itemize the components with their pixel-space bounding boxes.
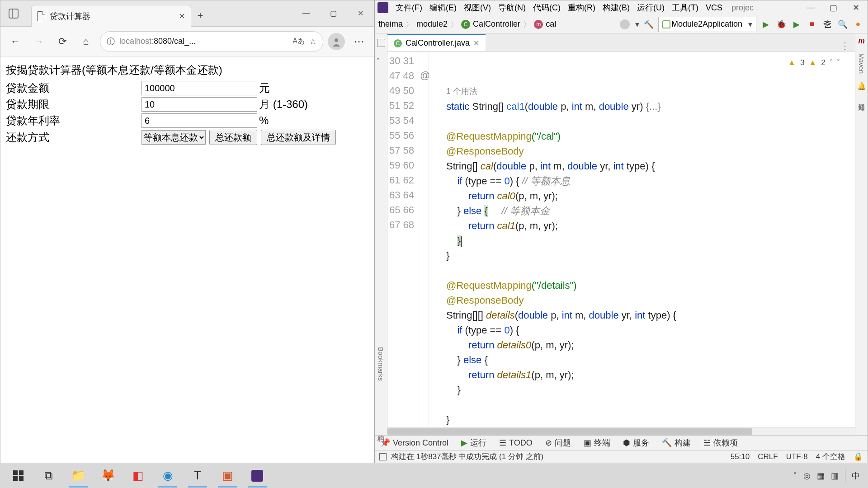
menu-build[interactable]: 构建(B) [600, 1, 632, 14]
breadcrumb-item[interactable]: cal [546, 19, 556, 29]
vertical-tabs-icon[interactable] [0, 0, 27, 26]
line-numbers: 30 31 47 48 49 50 51 52 53 54 55 56 57 5… [387, 52, 419, 427]
bottom-tool-stripe: 📌 Version Control ▶ 运行 ☰ TODO ⊘ 问题 ▣ 终端 … [375, 435, 868, 450]
run-tool[interactable]: ▶ 运行 [461, 437, 486, 448]
update-icon[interactable]: ● [852, 19, 864, 30]
tab-more-icon[interactable]: ⋮ [835, 40, 855, 51]
project-tool-icon[interactable] [377, 39, 385, 47]
explorer-icon[interactable]: 📁 [63, 464, 93, 488]
refresh-button[interactable]: ⟳ [53, 32, 72, 51]
status-widget-icon[interactable] [379, 453, 387, 460]
reader-icon[interactable]: Aあ [292, 37, 305, 46]
minimize-icon[interactable]: — [292, 0, 320, 26]
page-title: 按揭贷款计算器(等额本息还款/等额本金还款) [6, 63, 368, 77]
menu-edit[interactable]: 编辑(E) [427, 1, 459, 14]
code-with-me-icon[interactable] [620, 19, 630, 29]
info-icon[interactable]: ⓘ [107, 36, 115, 47]
coverage-icon[interactable]: ▶ [791, 19, 802, 30]
text-app-icon[interactable]: T [183, 464, 212, 488]
maximize-icon[interactable]: ▢ [828, 3, 839, 13]
services-tool[interactable]: ⬢ 服务 [623, 437, 649, 448]
menu-navigate[interactable]: 导航(N) [495, 1, 528, 14]
close-icon[interactable]: ✕ [347, 0, 374, 26]
menu-view[interactable]: 视图(V) [461, 1, 494, 14]
obs-tray-icon[interactable]: ◎ [803, 471, 811, 481]
profile-avatar[interactable] [328, 33, 345, 50]
office-icon[interactable]: ◧ [123, 464, 153, 488]
maven-tool[interactable]: Maven [858, 53, 865, 74]
details-button[interactable]: 总还款额及详情 [261, 130, 336, 145]
editor-tab[interactable]: C CalController.java ✕ [387, 34, 486, 51]
tray-icon[interactable]: ▥ [831, 471, 839, 481]
rate-label: 贷款年利率 [6, 113, 142, 128]
horizontal-scrollbar[interactable] [387, 427, 855, 435]
amount-label: 贷款金额 [6, 81, 142, 95]
browser-titlebar: 贷款计算器 ✕ + — ▢ ✕ [0, 0, 374, 27]
caret-position[interactable]: 55:10 [731, 452, 750, 461]
breadcrumb-item[interactable]: CalController [473, 19, 520, 29]
menu-code[interactable]: 代码(C) [530, 1, 563, 14]
breadcrumb-item[interactable]: module2 [416, 19, 448, 29]
maximize-icon[interactable]: ▢ [320, 0, 347, 26]
minimize-icon[interactable]: — [805, 3, 816, 13]
browser-tab[interactable]: 贷款计算器 ✕ [31, 5, 191, 27]
forward-button[interactable]: → [29, 32, 48, 51]
todo-tool[interactable]: ☰ TODO [499, 438, 533, 448]
search-icon[interactable]: 🔍 [837, 19, 849, 30]
total-button[interactable]: 总还款额 [209, 130, 257, 145]
project-name[interactable]: projec [729, 3, 756, 13]
edge-icon[interactable]: ◉ [153, 464, 183, 488]
file-encoding[interactable]: UTF-8 [786, 452, 808, 461]
structure-tool-icon[interactable]: ▫ [377, 55, 385, 63]
menu-tools[interactable]: 工具(T) [669, 1, 701, 14]
ide-window-controls: — ▢ ✕ [805, 3, 865, 13]
method-select[interactable]: 等额本息还款 [142, 130, 206, 145]
amount-input[interactable] [142, 81, 257, 95]
readonly-lock-icon[interactable]: 🔒 [854, 452, 863, 461]
task-view-icon[interactable]: ⧉ [33, 464, 63, 488]
bell-icon[interactable]: 🔔 [857, 82, 866, 90]
firefox-icon[interactable]: 🦊 [93, 464, 123, 488]
breadcrumb-item[interactable]: theima [378, 19, 403, 29]
ide-menubar: 文件(F) 编辑(E) 视图(V) 导航(N) 代码(C) 重构(R) 构建(B… [375, 0, 868, 15]
build-tool[interactable]: 🔨 构建 [662, 437, 691, 448]
new-tab-button[interactable]: + [191, 5, 209, 26]
bookmarks-tool[interactable]: Bookmarks [377, 347, 385, 381]
build-icon[interactable]: 🔨 [643, 19, 655, 30]
problems-tool[interactable]: ⊘ 问题 [545, 437, 571, 448]
favorite-icon[interactable]: ☆ [309, 37, 316, 47]
menu-refactor[interactable]: 重构(R) [565, 1, 598, 14]
close-icon[interactable]: ✕ [473, 39, 479, 47]
line-separator[interactable]: CRLF [758, 452, 778, 461]
rate-input[interactable] [142, 113, 257, 128]
more-icon[interactable]: ⋯ [349, 32, 368, 51]
debug-icon[interactable]: 🐞 [775, 19, 787, 30]
intellij-taskbar-icon[interactable] [242, 464, 272, 488]
maven-icon[interactable]: m [858, 37, 864, 45]
start-button[interactable] [4, 464, 33, 488]
home-button[interactable]: ⌂ [76, 32, 95, 51]
stop-icon[interactable]: ■ [806, 19, 818, 30]
code-text[interactable]: 1 个用法 static String[] cal1(double p, int… [429, 52, 855, 427]
close-icon[interactable]: ✕ [850, 3, 861, 13]
powerpoint-icon[interactable]: ▣ [212, 464, 242, 488]
term-input[interactable] [142, 97, 257, 112]
ime-indicator[interactable]: 中 [852, 470, 860, 481]
code-editor[interactable]: ▲3 ▲2 ˆˇ 30 31 47 48 49 50 51 52 53 54 5… [387, 52, 855, 427]
url-bar[interactable]: ⓘ localhost:8080/cal_... Aあ ☆ [100, 31, 323, 52]
menu-vcs[interactable]: VCS [703, 2, 725, 14]
menu-run[interactable]: 运行(U) [634, 1, 667, 14]
translate-icon[interactable]: 㐎 [821, 19, 833, 30]
back-button[interactable]: ← [6, 32, 25, 51]
run-config-selector[interactable]: Module2Application [658, 17, 756, 32]
menu-file[interactable]: 文件(F) [393, 1, 425, 14]
run-icon[interactable]: ▶ [760, 19, 772, 30]
version-control-tool[interactable]: 📌 Version Control [380, 438, 448, 448]
dependencies-tool[interactable]: ☱ 依赖项 [703, 437, 738, 448]
close-icon[interactable]: ✕ [179, 11, 185, 21]
terminal-tool[interactable]: ▣ 终端 [584, 437, 610, 448]
indent-setting[interactable]: 4 个空格 [816, 451, 845, 462]
tray-icon[interactable]: ▦ [817, 471, 825, 481]
svg-rect-6 [19, 476, 24, 481]
chevron-up-icon[interactable]: ˄ [793, 471, 797, 481]
